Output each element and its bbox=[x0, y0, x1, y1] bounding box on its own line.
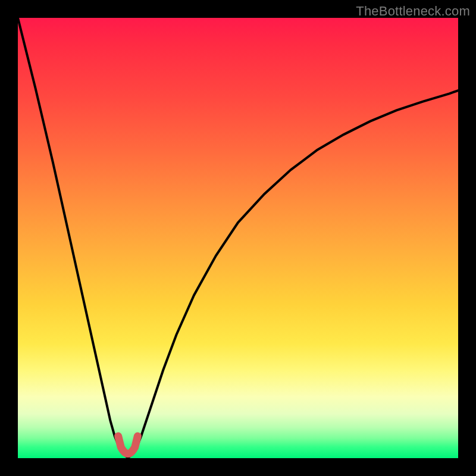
valley-highlight bbox=[118, 436, 138, 454]
curve-left-branch bbox=[18, 18, 128, 458]
curve-right-branch bbox=[128, 90, 458, 458]
chart-frame: TheBottleneck.com bbox=[0, 0, 476, 476]
curve-layer bbox=[18, 18, 458, 458]
plot-area bbox=[18, 18, 458, 458]
watermark-text: TheBottleneck.com bbox=[356, 4, 470, 19]
